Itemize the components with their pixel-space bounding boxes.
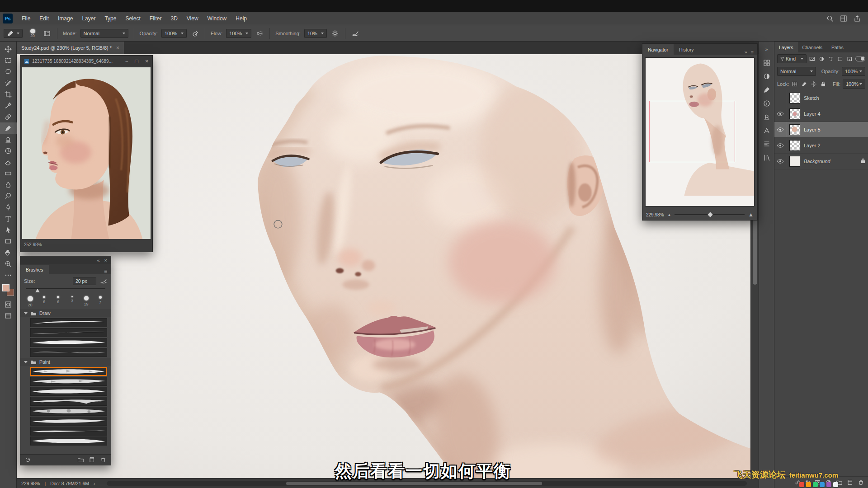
lock-position-icon[interactable]	[810, 81, 817, 87]
pressure-size-icon[interactable]	[351, 29, 360, 38]
layer-row-sketch[interactable]: Sketch	[774, 90, 868, 106]
flow-select[interactable]: 100%	[226, 29, 251, 38]
blur-tool[interactable]	[0, 179, 17, 190]
brush-stroke-preview[interactable]	[30, 427, 107, 436]
lock-pixels-icon[interactable]	[801, 81, 808, 87]
navigator-view-rectangle[interactable]	[649, 101, 735, 162]
filter-kind-select[interactable]: Kind	[777, 54, 807, 63]
expand-panels-icon[interactable]: »	[760, 43, 773, 55]
brush-stroke-preview[interactable]	[30, 407, 107, 416]
brush-angle-icon[interactable]	[25, 457, 31, 463]
filter-shape-layers-icon[interactable]	[837, 56, 844, 62]
layer-row-layer4[interactable]: Layer 4	[774, 106, 868, 122]
navigator-zoom[interactable]: 229.98%	[646, 212, 664, 217]
brush-size-slider[interactable]	[26, 286, 105, 292]
panel-menu-icon[interactable]: ≡	[751, 49, 754, 55]
dodge-tool[interactable]	[0, 190, 17, 202]
blend-mode-select[interactable]: Normal	[80, 29, 128, 38]
menu-window[interactable]: Window	[203, 12, 231, 25]
close-panel-icon[interactable]: ×	[104, 258, 107, 263]
visibility-toggle[interactable]	[774, 106, 786, 122]
visibility-toggle[interactable]	[774, 154, 786, 169]
document-tab[interactable]: Study24.psd @ 230% (Layer 5, RGB/8) * ×	[17, 42, 124, 54]
layer-thumbnail[interactable]	[789, 140, 800, 151]
pressure-size-toggle-icon[interactable]	[100, 277, 107, 285]
menu-edit[interactable]: Edit	[35, 12, 53, 25]
visibility-toggle[interactable]	[774, 138, 786, 153]
gradient-tool[interactable]	[0, 168, 17, 179]
edit-toolbar-button[interactable]	[0, 269, 17, 281]
brush-preset[interactable]: 6	[37, 294, 51, 307]
search-icon[interactable]	[826, 15, 834, 22]
share-icon[interactable]	[854, 15, 861, 22]
brush-preset[interactable]: 20	[23, 294, 37, 307]
layer-fill-select[interactable]: 100%	[843, 80, 865, 89]
brush-stroke-preview[interactable]	[30, 318, 107, 327]
menu-view[interactable]: View	[182, 12, 203, 25]
libraries-panel-icon[interactable]	[760, 152, 773, 164]
layer-name[interactable]: Layer 4	[804, 111, 821, 117]
filter-type-layers-icon[interactable]	[827, 56, 835, 62]
layer-row-background[interactable]: Background	[774, 154, 868, 169]
marquee-tool[interactable]	[0, 55, 17, 66]
reference-image-window[interactable]: 12317735 1680921428934395_64689... – ▢ ✕	[20, 55, 153, 252]
history-brush-tool[interactable]	[0, 145, 17, 156]
crop-tool[interactable]	[0, 89, 17, 100]
navigator-preview[interactable]	[645, 57, 755, 206]
brush-stroke-preview[interactable]	[30, 377, 107, 386]
layer-thumbnail[interactable]	[789, 93, 800, 103]
tab-channels[interactable]: Channels	[798, 42, 827, 52]
brush-stroke-preview-selected[interactable]	[30, 367, 107, 376]
brush-stroke-preview[interactable]	[30, 338, 107, 347]
visibility-toggle[interactable]	[774, 90, 786, 106]
brush-preset[interactable]: 3	[65, 294, 79, 307]
type-tool[interactable]	[0, 213, 17, 224]
toggle-brush-panel-icon[interactable]	[42, 29, 52, 38]
lock-all-icon[interactable]	[820, 81, 827, 87]
tool-preset-picker[interactable]	[4, 29, 23, 38]
layer-name[interactable]: Background	[804, 159, 830, 164]
brush-stroke-preview[interactable]	[30, 417, 107, 426]
smoothing-select[interactable]: 10%	[304, 29, 327, 38]
brush-stroke-preview[interactable]	[30, 397, 107, 406]
close-document-icon[interactable]: ×	[116, 45, 119, 51]
reference-window-titlebar[interactable]: 12317735 1680921428934395_64689... – ▢ ✕	[20, 56, 152, 67]
clone-source-panel-icon[interactable]	[760, 111, 773, 123]
brush-preset[interactable]: 6	[51, 294, 65, 307]
expand-caret-icon[interactable]	[24, 312, 28, 314]
zoom-out-icon[interactable]: ▲	[667, 213, 671, 217]
collapse-panel-icon[interactable]: «	[97, 258, 99, 263]
tab-history[interactable]: History	[674, 44, 699, 55]
maximize-icon[interactable]: ▢	[134, 59, 138, 64]
delete-brush-icon[interactable]	[100, 457, 106, 463]
menu-filter[interactable]: Filter	[145, 12, 166, 25]
collapse-icon[interactable]: »	[744, 49, 747, 55]
zoom-in-icon[interactable]: ▲	[748, 211, 754, 218]
shape-tool[interactable]	[0, 235, 17, 247]
paragraph-panel-icon[interactable]	[760, 138, 773, 150]
brush-stroke-preview[interactable]	[30, 328, 107, 337]
layer-thumbnail[interactable]	[789, 124, 800, 135]
brush-group-paint[interactable]: Paint	[20, 358, 111, 366]
tab-layers[interactable]: Layers	[774, 42, 798, 52]
layer-thumbnail[interactable]	[789, 108, 800, 119]
status-popup-arrow[interactable]: ›	[94, 481, 95, 486]
brush-size-preview[interactable]: 20	[26, 29, 39, 38]
opacity-select[interactable]: 100%	[161, 29, 187, 38]
menu-3d[interactable]: 3D	[166, 12, 182, 25]
filter-toggle-switch[interactable]	[855, 56, 865, 61]
quick-selection-tool[interactable]	[0, 77, 17, 89]
layer-row-layer2[interactable]: Layer 2	[774, 138, 868, 154]
menu-select[interactable]: Select	[121, 12, 145, 25]
brushes-panel[interactable]: « × Brushes ≡ Size: 20 px 20 6 6 3 19 7 …	[20, 256, 111, 465]
info-panel-icon[interactable]	[760, 98, 773, 109]
navigator-zoom-slider[interactable]	[675, 212, 745, 217]
brush-tool[interactable]	[0, 122, 17, 134]
airbrush-icon[interactable]	[255, 29, 264, 38]
reference-zoom[interactable]: 252.98%	[24, 242, 42, 247]
navigator-panel[interactable]: Navigator History » ≡ 229.98% ▲	[642, 43, 758, 221]
screen-mode-button[interactable]	[0, 310, 17, 321]
layer-thumbnail[interactable]	[789, 156, 800, 167]
delete-layer-icon[interactable]	[858, 479, 864, 485]
brush-preset[interactable]: 7	[93, 294, 107, 307]
